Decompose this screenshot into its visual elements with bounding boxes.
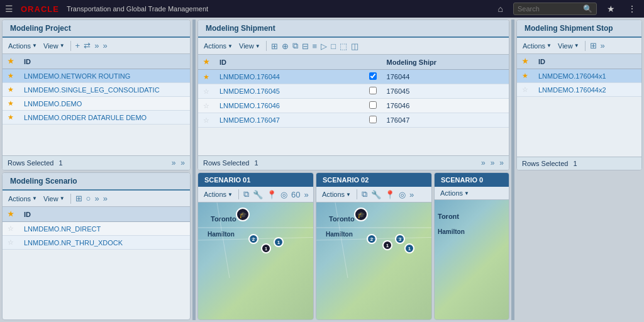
view-button[interactable]: View ▼ [42,42,67,50]
s01-wrench-icon[interactable]: 🔧 [252,189,264,200]
s02-wrench-icon[interactable]: 🔧 [370,189,382,200]
scenario-02-actions-button[interactable]: Actions ▼ [320,190,353,199]
row-star-icon[interactable]: ☆ [522,86,528,93]
row-checkbox[interactable] [369,87,377,94]
table-row[interactable]: ★ LNMDEMO.SINGLE_LEG_CONSOLIDATIC [3,83,190,97]
footer-nav-end[interactable]: » [180,158,185,167]
scenario-01-actions-button[interactable]: Actions ▼ [202,190,235,199]
row-star-icon[interactable]: ★ [8,86,14,93]
row-star-icon[interactable]: ★ [8,99,14,107]
table-row[interactable]: ☆ LNMDEMO.176047 176047 [198,113,509,128]
shipment-nav3[interactable]: » [499,158,504,167]
table-row[interactable]: ☆ LNMDEMO.NR_THRU_XDOCK [3,236,190,250]
shipment-icon5[interactable]: ⬚ [339,41,348,52]
scenario-edit-icon[interactable]: ○ [86,193,92,204]
footer-nav-next[interactable]: » [172,158,176,167]
row-id[interactable]: LNMDEMO.176045 [214,84,364,99]
table-row[interactable]: ★ LNMDEMO.DEMO [3,97,190,111]
row-id[interactable]: LNMDEMO.DEMO [19,97,190,111]
bookmark-icon[interactable]: ★ [607,4,615,14]
scenario-03-tab[interactable]: SCENARIO 0 [435,173,509,187]
row-checkbox[interactable] [369,72,377,80]
row-star-icon[interactable]: ★ [522,72,528,79]
table-row[interactable]: ☆ LNMDEMO.176046 176046 [198,99,509,113]
s02-copy-icon[interactable]: ⧉ [361,189,368,200]
row-id[interactable]: LNMDEMO.NR_THRU_XDOCK [19,236,190,250]
scenario-nav2[interactable]: » [103,193,108,204]
row-id[interactable]: LNMDEMO.ORDER DATARULE DEMO [19,111,190,125]
modeling-shipment-stop-tab[interactable]: Modeling Shipment Stop [517,20,641,38]
nav-icon[interactable]: » [94,40,99,51]
s02-eye-icon[interactable]: ◎ [398,189,406,200]
resize-handle-1[interactable] [192,19,196,320]
refresh-icon[interactable]: ⇄ [83,40,91,51]
row-id[interactable]: LNMDEMO.NR_DIRECT [19,222,190,236]
row-star-icon[interactable]: ☆ [203,87,209,95]
search-input[interactable] [518,5,580,13]
stop-nav[interactable]: » [600,40,606,51]
shipment-filter-icon[interactable]: ⊟ [301,41,309,52]
s02-nav[interactable]: » [409,189,414,200]
s01-sixty-icon[interactable]: 60 [291,189,301,200]
stop-grid-icon[interactable]: ⊞ [589,40,597,51]
scenario-02-tab[interactable]: SCENARIO 02 [316,173,431,187]
row-checkbox[interactable] [369,101,377,109]
row-id[interactable]: LNMDEMO.NETWORK ROUTING [19,69,190,83]
row-id[interactable]: LNMDEMO.SINGLE_LEG_CONSOLIDATIC [19,83,190,97]
scenario-03-actions-button[interactable]: Actions ▼ [438,189,471,197]
row-star-icon[interactable]: ☆ [203,102,209,109]
shipment-icon4[interactable]: □ [330,41,336,52]
table-row[interactable]: ★ LNMDEMO.176044 176044 [198,70,509,84]
row-star-icon[interactable]: ☆ [203,116,209,124]
shipment-view-button[interactable]: View ▼ [237,42,262,50]
actions-button[interactable]: Actions ▼ [6,42,39,50]
scenario-nav1[interactable]: » [94,193,99,204]
stop-actions-button[interactable]: Actions ▼ [521,42,553,50]
modeling-scenario-tab[interactable]: Modeling Scenario [3,173,190,191]
shipment-grid-icon[interactable]: ⊞ [270,41,279,52]
shipment-nav1[interactable]: » [481,158,486,167]
table-row[interactable]: ☆ LNMDEMO.NR_DIRECT [3,222,190,236]
table-row[interactable]: ☆ LNMDEMO.176044x2 [517,83,641,97]
s02-pin-icon[interactable]: 📍 [384,189,396,200]
s01-pin-icon[interactable]: 📍 [266,189,277,200]
shipment-nav2[interactable]: » [491,158,495,167]
modeling-project-tab[interactable]: Modeling Project [3,20,190,38]
home-icon[interactable]: ⌂ [498,4,503,14]
row-star-icon[interactable]: ★ [203,73,209,80]
scenario-actions-button[interactable]: Actions ▼ [6,194,39,203]
row-id[interactable]: LNMDEMO.176044 [214,70,364,84]
s01-copy-icon[interactable]: ⧉ [243,189,250,200]
add-icon[interactable]: + [75,40,81,51]
shipment-copy-icon[interactable]: ⧉ [292,40,299,52]
shipment-icon6[interactable]: ◫ [350,41,359,52]
table-row[interactable]: ★ LNMDEMO.176044x1 [517,69,641,83]
shipment-add-icon[interactable]: ⊕ [281,41,289,52]
modeling-shipment-tab[interactable]: Modeling Shipment [198,20,509,38]
row-id[interactable]: LNMDEMO.176047 [214,113,364,128]
shipment-icon2[interactable]: ≡ [312,41,318,52]
row-star-icon[interactable]: ★ [8,113,14,121]
row-id[interactable]: LNMDEMO.176044x2 [533,83,641,97]
table-row[interactable]: ★ LNMDEMO.ORDER DATARULE DEMO [3,111,190,125]
row-id[interactable]: LNMDEMO.176044x1 [533,69,641,83]
table-row[interactable]: ☆ LNMDEMO.176045 176045 [198,84,509,99]
row-checkbox[interactable] [369,116,377,123]
row-star-icon[interactable]: ★ [8,72,14,79]
scenario-01-tab[interactable]: SCENARIO 01 [198,173,313,187]
hamburger-menu-icon[interactable]: ☰ [5,4,13,14]
row-star-icon[interactable]: ☆ [8,225,14,232]
s01-nav[interactable]: » [303,189,309,200]
shipment-icon3[interactable]: ▷ [320,41,328,52]
stop-view-button[interactable]: View ▼ [556,42,581,50]
shipment-actions-button[interactable]: Actions ▼ [202,42,235,50]
resize-handle-2[interactable] [511,19,514,320]
s01-eye-icon[interactable]: ◎ [280,189,288,200]
expand-icon[interactable]: » [102,40,108,51]
more-icon[interactable]: ⋮ [628,4,636,14]
row-star-icon[interactable]: ☆ [8,238,14,246]
scenario-grid-icon[interactable]: ⊞ [75,193,83,204]
scenario-view-button[interactable]: View ▼ [42,194,67,203]
table-row[interactable]: ★ LNMDEMO.NETWORK ROUTING [3,69,190,83]
row-id[interactable]: LNMDEMO.176046 [214,99,364,113]
